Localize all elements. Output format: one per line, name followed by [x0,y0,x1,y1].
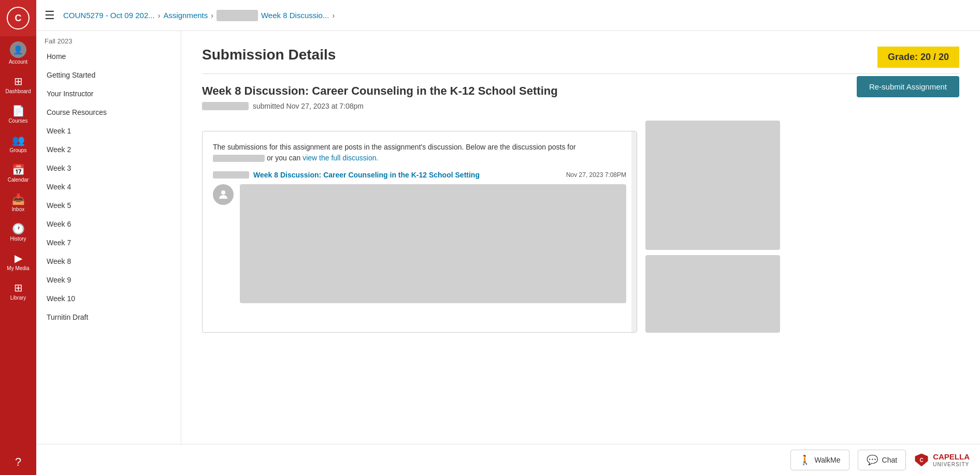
dashboard-label: Dashboard [6,88,31,94]
svg-text:C: C [920,457,924,463]
sidebar-item-week-9[interactable]: Week 9 [36,271,181,289]
sidebar-item-week-10[interactable]: Week 10 [36,289,181,308]
discussion-box: The submissions for this assignment are … [202,131,637,333]
history-label: History [10,236,26,242]
sidebar-item-week-4[interactable]: Week 4 [36,177,181,196]
inbox-label: Inbox [12,206,24,212]
sidebar-item-dashboard[interactable]: ⊞ Dashboard [0,70,36,99]
breadcrumb: COUN5279 - Oct 09 202... › Assignments ›… [63,10,335,21]
left-navigation: C 👤 Account ⊞ Dashboard 📄 Courses 👥 Grou… [0,0,36,475]
page-title: Submission Details [202,47,959,63]
sidebar-item-week-1[interactable]: Week 1 [36,122,181,140]
post-from-blurred [213,171,249,179]
sidebar-item-week-3[interactable]: Week 3 [36,159,181,177]
content-area: Fall 2023 Home Getting Started Your Inst… [36,31,980,444]
sidebar-item-week-8[interactable]: Week 8 [36,252,181,271]
post-body [213,184,626,303]
discussion-intro-text2: or you can [267,154,300,162]
breadcrumb-sep-1: › [158,11,161,20]
chat-icon: 💬 [867,454,878,466]
help-button[interactable]: ? [0,449,36,475]
right-panel-top [645,121,780,250]
groups-label: Groups [10,147,27,153]
post-content-blurred [240,184,626,303]
sidebar-item-calendar[interactable]: 📅 Calendar [0,158,36,188]
courses-icon: 📄 [12,105,25,117]
account-avatar-icon: 👤 [10,41,26,58]
breadcrumb-week[interactable]: Week 8 Discussio... [261,11,329,20]
logo-icon: C [7,7,30,29]
sidebar-item-week-6[interactable]: Week 6 [36,215,181,233]
breadcrumb-blurred [217,10,258,21]
scroll-bar[interactable] [631,131,637,332]
walkme-label: WalkMe [815,456,841,464]
chat-label: Chat [882,456,898,464]
post-timestamp: Nov 27, 2023 7:08PM [566,171,626,179]
capella-text: CAPELLA UNIVERSITY [933,452,970,468]
course-sidebar: Fall 2023 Home Getting Started Your Inst… [36,31,181,444]
sidebar-item-my-media[interactable]: ▶ My Media [0,247,36,276]
sidebar-item-home[interactable]: Home [36,47,181,66]
discussion-intro: The submissions for this assignment are … [213,142,626,164]
bottom-bar: 🚶 WalkMe 💬 Chat C CAPELLA UNIVERSITY [36,444,980,475]
walkme-icon: 🚶 [799,454,811,466]
groups-icon: 👥 [12,134,25,146]
right-panel-bottom [645,255,780,333]
submitter-name-blurred [202,102,249,110]
semester-label: Fall 2023 [36,31,181,47]
section-divider [202,73,959,74]
svg-point-0 [221,190,225,195]
calendar-label: Calendar [8,177,29,183]
sidebar-item-account[interactable]: 👤 Account [0,36,36,70]
submitted-info: submitted Nov 27, 2023 at 7:08pm [202,102,364,110]
sidebar-item-getting-started[interactable]: Getting Started [36,66,181,84]
sidebar-item-groups[interactable]: 👥 Groups [0,129,36,158]
breadcrumb-course[interactable]: COUN5279 - Oct 09 202... [63,11,155,20]
main-wrapper: ☰ COUN5279 - Oct 09 202... › Assignments… [36,0,980,475]
account-label: Account [9,59,27,65]
capella-name: CAPELLA [933,452,970,462]
my-media-label: My Media [7,265,29,271]
sidebar-item-course-resources[interactable]: Course Resources [36,103,181,122]
nav-bottom: ? [0,449,36,475]
discussion-post-header: Week 8 Discussion: Career Counseling in … [213,171,626,179]
sidebar-item-week-5[interactable]: Week 5 [36,196,181,215]
library-icon: ⊞ [14,281,23,294]
post-title-link[interactable]: Week 8 Discussion: Career Counseling in … [253,171,480,179]
main-content: Submission Details Grade: 20 / 20 Week 8… [181,31,980,444]
post-avatar [213,184,234,205]
top-bar: ☰ COUN5279 - Oct 09 202... › Assignments… [36,0,980,31]
sidebar-item-inbox[interactable]: 📥 Inbox [0,188,36,217]
inbox-icon: 📥 [12,193,25,205]
breadcrumb-sep-3: › [332,11,335,20]
capella-sub: UNIVERSITY [933,462,970,468]
submitted-text: submitted Nov 27, 2023 at 7:08pm [253,102,364,110]
breadcrumb-assignments[interactable]: Assignments [163,11,208,20]
hamburger-menu[interactable]: ☰ [45,9,55,22]
walkme-button[interactable]: 🚶 WalkMe [790,450,849,470]
grade-badge: Grade: 20 / 20 [877,47,959,68]
calendar-icon: 📅 [12,164,25,176]
student-name-blurred [213,155,265,162]
right-panel [645,121,780,333]
capella-logo: C CAPELLA UNIVERSITY [914,452,970,468]
resubmit-button[interactable]: Re-submit Assignment [857,76,959,97]
discussion-intro-text1: The submissions for this assignment are … [213,143,576,151]
sidebar-item-turnitin-draft[interactable]: Turnitin Draft [36,308,181,326]
my-media-icon: ▶ [15,252,22,264]
courses-label: Courses [8,118,27,124]
sidebar-item-courses[interactable]: 📄 Courses [0,99,36,129]
capella-shield-icon: C [914,453,929,467]
courseroom-logo[interactable]: C [0,0,36,36]
view-full-discussion-link[interactable]: view the full discussion. [302,154,378,162]
sidebar-item-your-instructor[interactable]: Your Instructor [36,84,181,103]
sidebar-item-week-7[interactable]: Week 7 [36,233,181,252]
chat-button[interactable]: 💬 Chat [858,450,906,470]
sidebar-item-history[interactable]: 🕐 History [0,217,36,247]
sidebar-item-week-2[interactable]: Week 2 [36,140,181,159]
library-label: Library [10,295,26,301]
grade-label: Grade: [888,52,918,62]
assignment-title: Week 8 Discussion: Career Counseling in … [202,84,959,98]
sidebar-item-library[interactable]: ⊞ Library [0,276,36,306]
dashboard-icon: ⊞ [14,75,23,87]
